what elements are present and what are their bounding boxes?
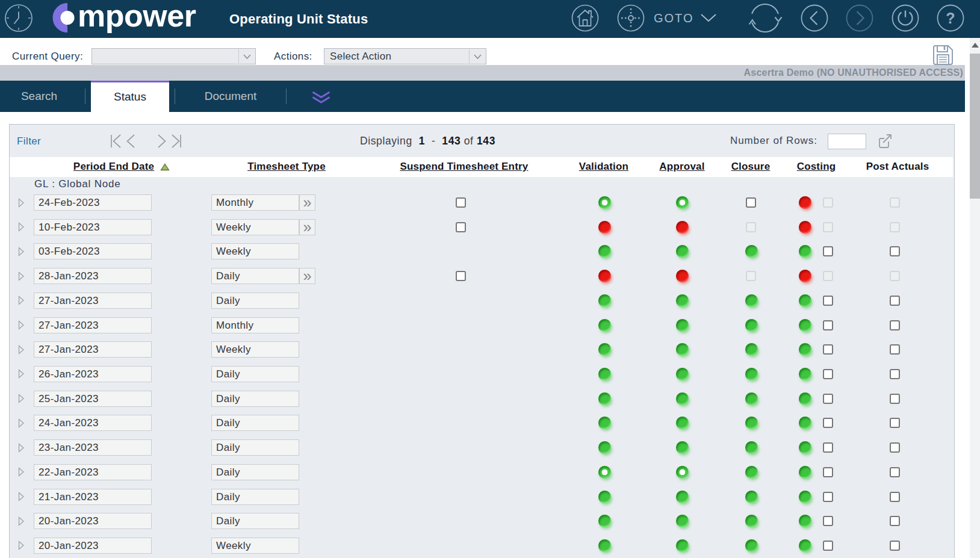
svg-text:?: ? bbox=[946, 10, 955, 26]
